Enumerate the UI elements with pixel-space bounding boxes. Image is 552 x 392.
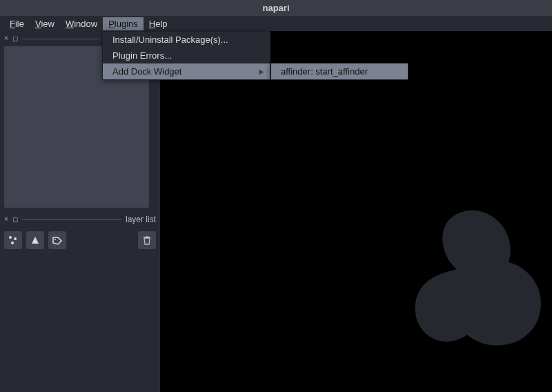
window-titlebar: napari: [0, 0, 552, 16]
menu-view[interactable]: View: [30, 17, 60, 30]
divider: [22, 219, 121, 220]
plugins-dropdown: Install/Uninstall Package(s)... Plugin E…: [102, 31, 270, 80]
submenu-arrow-icon: ▶: [259, 68, 264, 75]
svg-point-4: [55, 239, 56, 240]
new-shapes-layer-button[interactable]: [26, 231, 44, 249]
undock-icon[interactable]: ◻: [12, 35, 18, 42]
spacer: [70, 231, 134, 249]
add-dock-widget-submenu: affinder: start_affinder: [270, 63, 408, 80]
points-icon: [8, 235, 19, 246]
menu-item-plugin-errors[interactable]: Plugin Errors...: [103, 48, 270, 63]
divider: [22, 39, 103, 39]
svg-point-1: [14, 237, 17, 240]
left-sidebar: × ◻ layer controls × ◻ layer list: [0, 31, 160, 392]
delete-layer-button[interactable]: [138, 231, 156, 249]
menu-help[interactable]: Help: [144, 17, 173, 30]
layer-list-header: × ◻ layer list: [4, 215, 156, 224]
menu-window[interactable]: Window: [60, 17, 103, 30]
menu-file[interactable]: File: [4, 17, 30, 30]
menubar: File View Window Plugins Help: [0, 16, 552, 31]
canvas-viewer[interactable]: [160, 31, 552, 392]
close-icon[interactable]: ×: [4, 216, 8, 223]
svg-point-0: [9, 236, 12, 239]
window-title: napari: [262, 3, 289, 13]
shapes-icon: [30, 235, 41, 246]
menu-plugins[interactable]: Plugins: [103, 17, 144, 30]
new-labels-layer-button[interactable]: [48, 231, 66, 249]
submenu-item-affinder[interactable]: affinder: start_affinder: [271, 63, 408, 79]
napari-logo-silhouette: [408, 207, 546, 352]
layer-list-label: layer list: [126, 215, 156, 224]
svg-marker-3: [32, 237, 39, 244]
trash-icon: [141, 235, 152, 246]
new-points-layer-button[interactable]: [4, 231, 22, 249]
close-icon[interactable]: ×: [4, 35, 8, 42]
layer-list-toolbar: [4, 231, 156, 249]
svg-point-2: [11, 242, 14, 244]
undock-icon[interactable]: ◻: [12, 216, 18, 223]
labels-icon: [52, 235, 63, 246]
menu-item-install-uninstall[interactable]: Install/Uninstall Package(s)...: [103, 32, 270, 48]
menu-item-add-dock-widget[interactable]: Add Dock Widget ▶: [103, 63, 270, 79]
